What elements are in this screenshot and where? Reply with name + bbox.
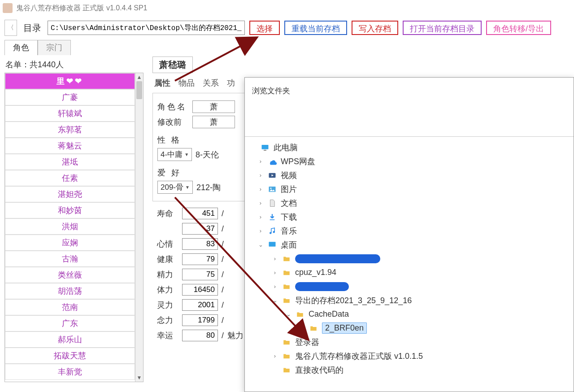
list-item[interactable]: 湛坻 [5, 154, 135, 170]
expander-open-icon[interactable]: ⌄ [285, 311, 291, 318]
download-icon [267, 213, 277, 222]
scroll-thumb[interactable] [136, 81, 142, 99]
redacted-item [295, 254, 380, 263]
stat-input[interactable] [182, 330, 218, 341]
list-item[interactable]: 类丝薇 [5, 267, 135, 283]
list-item[interactable]: 里❤❤ [5, 73, 135, 89]
folder-icon [282, 338, 291, 347]
tab-sect[interactable]: 宗门 [38, 40, 71, 55]
list-item[interactable]: 和妙茵 [5, 202, 135, 218]
stat-input[interactable] [182, 299, 218, 311]
scroll-down-icon[interactable]: ▼ [135, 374, 143, 382]
list-item[interactable]: 胡浩荡 [5, 283, 135, 299]
name-list-label: 名单：共1440人 [4, 57, 144, 73]
expander-open-icon[interactable]: ⌄ [272, 297, 278, 304]
tree-pictures[interactable]: ›图片 [245, 182, 574, 196]
tab-role[interactable]: 角色 [4, 40, 38, 55]
name-list: 里❤❤广褰轩辕斌东郭茗蒋魅云湛坻任素湛妲尧和妙茵洪烟应娴古瀚类丝薇胡浩荡范南广东… [4, 73, 144, 382]
character-header: 萧嵇璐 [152, 57, 193, 73]
folder-icon [282, 268, 291, 277]
dir-label: 目录 [22, 22, 43, 34]
name-field[interactable]: 萧 [192, 100, 235, 113]
stat-input[interactable] [182, 314, 218, 326]
tree-video[interactable]: ›视频 [245, 168, 574, 182]
temper1-select[interactable]: 4-中庸▼ [157, 148, 192, 161]
expander-icon[interactable]: › [257, 158, 264, 165]
list-item[interactable]: 广东 [5, 315, 135, 331]
sub-tab[interactable]: 功 [227, 78, 235, 88]
tree-downloads[interactable]: ›下载 [245, 210, 574, 224]
tree-cachedata[interactable]: ⌄CacheData [245, 307, 574, 321]
redacted-item [295, 282, 349, 291]
document-icon [267, 199, 277, 208]
reload-button[interactable]: 重载当前存档 [284, 21, 347, 35]
scroll-up-icon[interactable]: ▲ [135, 73, 143, 81]
stat-label: 心情 [157, 239, 179, 249]
hobby1-select[interactable]: 209-骨▼ [157, 181, 193, 194]
tree-music[interactable]: ›音乐 [245, 224, 574, 238]
expander-open-icon[interactable]: ⌄ [257, 241, 264, 248]
list-item[interactable]: 广褰 [5, 89, 135, 105]
folder-icon [295, 310, 305, 319]
export-button[interactable]: 角色转移/导出 [486, 21, 551, 35]
name-list-scrollbar[interactable]: ▲ ▼ [135, 73, 143, 382]
sub-tab[interactable]: 属性 [154, 78, 170, 88]
folder-tree: 此电脑 › WPS网盘 ›视频 ›图片 ›文档 ›下载 ›音乐 ⌄桌面 › ›c… [245, 136, 574, 380]
open-dir-button[interactable]: 打开当前存档目录 [403, 21, 482, 35]
stat-input[interactable] [182, 284, 218, 296]
list-item[interactable]: 轩辕斌 [5, 105, 135, 122]
list-item[interactable]: 范南 [5, 299, 135, 315]
stat-label: 体力 [157, 284, 179, 295]
tree-this-pc[interactable]: 此电脑 [245, 140, 574, 154]
tree-desktop[interactable]: ⌄桌面 [245, 238, 574, 252]
stat-label: 幸运 [157, 330, 179, 341]
stat-input[interactable] [182, 208, 218, 219]
tree-export-folder[interactable]: ⌄导出的存档2021_3_25_9_12_16 [245, 293, 574, 307]
list-item[interactable]: 湛妲尧 [5, 186, 135, 202]
tree-selected-inner[interactable]: ›2_BRF0en [245, 321, 574, 335]
list-item[interactable]: 蒋魅云 [5, 138, 135, 154]
list-item[interactable]: 拓跋天慧 [5, 348, 135, 364]
desktop-icon [267, 240, 277, 249]
stat-input[interactable] [182, 269, 218, 280]
stat-input[interactable] [182, 223, 218, 235]
sub-tab[interactable]: 物品 [178, 78, 195, 88]
sub-tab[interactable]: 关系 [203, 78, 219, 88]
dir-input[interactable] [48, 21, 245, 35]
tree-login[interactable]: 登录器 [245, 335, 574, 349]
tree-editor[interactable]: ›鬼谷八荒存档修改器正式版 v1.0.1.5 [245, 349, 574, 363]
stat-input[interactable] [182, 253, 218, 265]
list-item[interactable]: 郝乐山 [5, 331, 135, 348]
cloud-icon [267, 157, 277, 166]
svg-point-8 [273, 231, 275, 233]
folder-icon [309, 324, 318, 333]
stat-label: 灵力 [157, 300, 179, 310]
app-icon [3, 3, 13, 13]
chevron-down-icon: ▼ [184, 152, 189, 157]
save-button[interactable]: 写入存档 [352, 21, 398, 35]
list-item[interactable]: 古瀚 [5, 251, 135, 267]
svg-rect-6 [270, 219, 275, 220]
list-item[interactable]: 任素 [5, 170, 135, 186]
before-field: 萧 [192, 116, 235, 128]
list-item[interactable]: 东郭茗 [5, 122, 135, 138]
tree-direct[interactable]: 直接改代码的 [245, 363, 574, 377]
name-label: 角色名 [157, 101, 189, 112]
tree-hidden2[interactable]: › [245, 279, 574, 293]
list-item[interactable]: 应娴 [5, 235, 135, 251]
tree-hidden1[interactable]: › [245, 252, 574, 266]
stat-input[interactable] [182, 238, 218, 250]
stat-label: 健康 [157, 254, 179, 265]
select-button[interactable]: 选择 [249, 21, 280, 35]
hobby-label: 爱 好 [157, 167, 189, 178]
stat-label: 精力 [157, 269, 179, 280]
tree-cpuz[interactable]: ›cpuz_v1.94 [245, 266, 574, 279]
list-item[interactable]: 丰新觉 [5, 364, 135, 380]
back-button[interactable]: 〈 [4, 20, 17, 36]
folder-icon [282, 366, 291, 375]
tree-documents[interactable]: ›文档 [245, 196, 574, 210]
list-item[interactable]: 洪烟 [5, 218, 135, 235]
tree-wps[interactable]: › WPS网盘 [245, 154, 574, 168]
temper-label: 性 格 [157, 135, 189, 145]
svg-point-5 [270, 187, 272, 189]
